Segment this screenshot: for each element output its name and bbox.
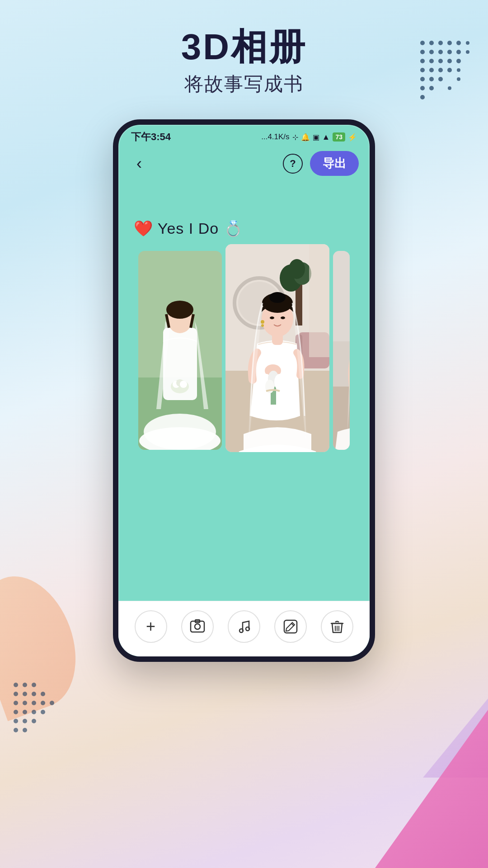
- svg-point-32: [32, 683, 36, 687]
- bg-shape-pink: [375, 710, 488, 868]
- svg-point-31: [23, 683, 27, 687]
- header-right-controls: ? 导出: [283, 151, 359, 176]
- charging-icon: ⚡: [348, 133, 357, 142]
- svg-point-37: [14, 701, 18, 705]
- photo-section: [129, 251, 359, 450]
- svg-point-47: [23, 719, 27, 723]
- help-icon: ?: [290, 158, 296, 170]
- app-header-section: 3D相册 将故事写成书: [0, 0, 488, 110]
- svg-point-77: [274, 374, 285, 390]
- svg-point-35: [32, 692, 36, 696]
- app-nav-bar: ‹ ? 导出: [118, 147, 370, 183]
- phone-screen: 下午3:54 ...4.1K/s ⊹ 🔔 ▣ ▲ 73 ⚡ ‹: [118, 125, 370, 656]
- add-button[interactable]: +: [135, 610, 167, 643]
- delete-button[interactable]: [321, 610, 353, 643]
- photo-right[interactable]: [333, 251, 350, 450]
- svg-point-83: [270, 316, 274, 319]
- svg-point-40: [41, 701, 45, 705]
- photo-icon: [190, 619, 205, 634]
- album-title: ❤️ Yes I Do 💍: [129, 219, 359, 237]
- svg-point-30: [14, 683, 18, 687]
- svg-point-103: [239, 629, 243, 632]
- svg-point-69: [289, 259, 305, 279]
- svg-rect-87: [309, 244, 329, 357]
- battery-icon: 73: [333, 132, 345, 142]
- edit-icon: [283, 619, 298, 634]
- photos-wrapper: [138, 251, 350, 450]
- bottom-toolbar: +: [118, 601, 370, 656]
- svg-point-42: [14, 710, 18, 714]
- sim-icon: ▣: [313, 133, 319, 142]
- svg-point-104: [246, 627, 249, 631]
- svg-point-61: [180, 381, 187, 388]
- content-area: ❤️ Yes I Do 💍: [118, 183, 370, 656]
- mute-icon: 🔔: [301, 133, 310, 142]
- wifi-icon: ▲: [322, 132, 330, 142]
- svg-point-46: [14, 719, 18, 723]
- status-bar: 下午3:54 ...4.1K/s ⊹ 🔔 ▣ ▲ 73 ⚡: [118, 125, 370, 147]
- add-icon: +: [146, 618, 155, 635]
- edit-button[interactable]: [274, 610, 307, 643]
- export-button[interactable]: 导出: [310, 151, 359, 176]
- svg-point-86: [261, 324, 264, 327]
- photo-left[interactable]: [138, 251, 222, 450]
- svg-point-48: [32, 719, 36, 723]
- status-icons: ...4.1K/s ⊹ 🔔 ▣ ▲ 73 ⚡: [261, 132, 357, 142]
- back-icon: ‹: [136, 154, 142, 173]
- photo-center[interactable]: [225, 244, 329, 452]
- phone-mockup: 下午3:54 ...4.1K/s ⊹ 🔔 ▣ ▲ 73 ⚡ ‹: [113, 119, 375, 662]
- svg-point-43: [23, 710, 27, 714]
- music-icon: [236, 619, 252, 634]
- svg-point-101: [195, 624, 200, 629]
- back-button[interactable]: ‹: [129, 154, 149, 174]
- svg-point-38: [23, 701, 27, 705]
- network-text: ...4.1K/s: [261, 132, 289, 142]
- photo-button[interactable]: [181, 610, 214, 643]
- svg-point-33: [14, 692, 18, 696]
- status-time: 下午3:54: [131, 130, 171, 144]
- svg-point-82: [269, 292, 286, 303]
- svg-point-39: [32, 701, 36, 705]
- delete-icon: [329, 619, 345, 634]
- help-button[interactable]: ?: [283, 154, 303, 174]
- svg-point-34: [23, 692, 27, 696]
- svg-point-50: [23, 728, 27, 732]
- svg-point-57: [166, 301, 193, 319]
- svg-point-36: [41, 692, 45, 696]
- app-subtitle: 将故事写成书: [0, 71, 488, 97]
- svg-point-85: [261, 320, 264, 324]
- svg-point-44: [32, 710, 36, 714]
- svg-point-84: [281, 316, 285, 319]
- svg-rect-91: [333, 251, 350, 341]
- app-title: 3D相册: [0, 27, 488, 67]
- svg-point-49: [14, 728, 18, 732]
- bg-dots-bottom-left: [9, 678, 59, 741]
- music-button[interactable]: [228, 610, 260, 643]
- svg-point-45: [41, 710, 45, 714]
- phone-container: 下午3:54 ...4.1K/s ⊹ 🔔 ▣ ▲ 73 ⚡ ‹: [0, 119, 488, 662]
- svg-point-41: [50, 701, 54, 705]
- bluetooth-icon: ⊹: [292, 133, 298, 142]
